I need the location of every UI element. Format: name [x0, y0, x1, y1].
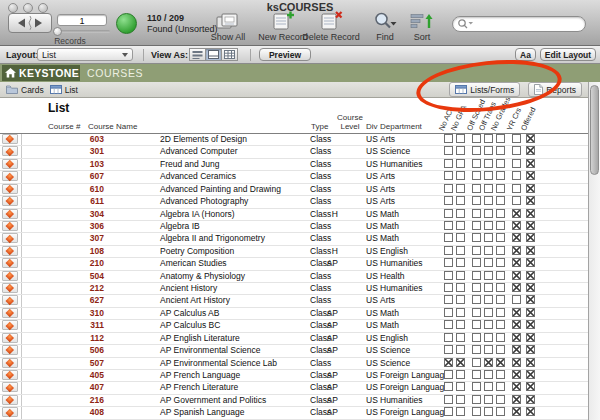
- flag-checkbox-2[interactable]: [472, 295, 481, 304]
- flag-checkbox-6[interactable]: [526, 395, 535, 404]
- flag-checkbox-6[interactable]: [526, 407, 535, 416]
- flag-checkbox-0[interactable]: [444, 246, 453, 255]
- flag-checkbox-0[interactable]: [444, 196, 453, 205]
- flag-checkbox-0[interactable]: [444, 345, 453, 354]
- flag-checkbox-2[interactable]: [472, 308, 481, 317]
- flag-checkbox-0[interactable]: [444, 221, 453, 230]
- table-row[interactable]: 607Advanced CeramicsClassUSArts: [0, 171, 588, 183]
- flag-checkbox-1[interactable]: [456, 209, 465, 218]
- flag-checkbox-2[interactable]: [472, 382, 481, 391]
- flag-checkbox-3[interactable]: [484, 283, 493, 292]
- flag-checkbox-6[interactable]: [526, 196, 535, 205]
- search-input[interactable]: [474, 17, 581, 31]
- flag-checkbox-2[interactable]: [472, 221, 481, 230]
- flag-checkbox-5[interactable]: [512, 370, 521, 379]
- view-as-table-button[interactable]: [221, 48, 238, 61]
- layout-popup[interactable]: List: [37, 48, 133, 61]
- flag-checkbox-6[interactable]: [526, 159, 535, 168]
- go-to-record-button[interactable]: [2, 258, 18, 268]
- go-to-record-button[interactable]: [2, 308, 18, 318]
- flag-checkbox-5[interactable]: [512, 146, 521, 155]
- flag-checkbox-0[interactable]: [444, 382, 453, 391]
- go-to-record-button[interactable]: [2, 159, 18, 169]
- flag-checkbox-6[interactable]: [526, 345, 535, 354]
- flag-checkbox-0[interactable]: [444, 233, 453, 242]
- flag-checkbox-6[interactable]: [526, 283, 535, 292]
- flag-checkbox-2[interactable]: [472, 146, 481, 155]
- go-to-record-button[interactable]: [2, 221, 18, 231]
- formatting-bar-button[interactable]: Aa: [515, 48, 536, 61]
- flag-checkbox-4[interactable]: [496, 295, 505, 304]
- table-row[interactable]: 506AP Environmental ScienceClassAPUSScie…: [0, 345, 588, 357]
- flag-checkbox-4[interactable]: [496, 382, 505, 391]
- flag-checkbox-4[interactable]: [496, 258, 505, 267]
- flag-checkbox-3[interactable]: [484, 146, 493, 155]
- table-row[interactable]: 301Advanced ComputerClassUSScience: [0, 146, 588, 158]
- flag-checkbox-6[interactable]: [526, 295, 535, 304]
- flag-checkbox-5[interactable]: [512, 271, 521, 280]
- reports-button[interactable]: Reports: [528, 82, 582, 97]
- current-record-input[interactable]: 1: [57, 14, 107, 26]
- flag-checkbox-1[interactable]: [456, 146, 465, 155]
- flag-checkbox-4[interactable]: [496, 246, 505, 255]
- go-to-record-button[interactable]: [2, 171, 18, 181]
- go-to-record-button[interactable]: [2, 146, 18, 156]
- flag-checkbox-2[interactable]: [472, 233, 481, 242]
- flag-checkbox-1[interactable]: [456, 171, 465, 180]
- flag-checkbox-2[interactable]: [472, 333, 481, 342]
- go-to-record-button[interactable]: [2, 320, 18, 330]
- flag-checkbox-2[interactable]: [472, 196, 481, 205]
- flag-checkbox-4[interactable]: [496, 358, 505, 367]
- flag-checkbox-0[interactable]: [444, 407, 453, 416]
- flag-checkbox-6[interactable]: [526, 308, 535, 317]
- go-to-record-button[interactable]: [2, 196, 18, 206]
- flag-checkbox-4[interactable]: [496, 134, 505, 143]
- flag-checkbox-5[interactable]: [512, 358, 521, 367]
- flag-checkbox-5[interactable]: [512, 395, 521, 404]
- flag-checkbox-2[interactable]: [472, 209, 481, 218]
- table-row[interactable]: 108Poetry CompositionClassHUSEnglish: [0, 246, 588, 258]
- flag-checkbox-2[interactable]: [472, 184, 481, 193]
- table-row[interactable]: 405AP French LanguageClassAPUSForeign La…: [0, 370, 588, 382]
- flag-checkbox-4[interactable]: [496, 271, 505, 280]
- flag-checkbox-3[interactable]: [484, 395, 493, 404]
- table-row[interactable]: 112AP English LiteratureClassAPUSEnglish: [0, 333, 588, 345]
- table-row[interactable]: 627Ancient Art HistoryClassUSArts: [0, 295, 588, 307]
- flag-checkbox-6[interactable]: [526, 221, 535, 230]
- flag-checkbox-1[interactable]: [456, 159, 465, 168]
- flag-checkbox-5[interactable]: [512, 283, 521, 292]
- flag-checkbox-2[interactable]: [472, 159, 481, 168]
- go-to-record-button[interactable]: [2, 209, 18, 219]
- flag-checkbox-6[interactable]: [526, 370, 535, 379]
- flag-checkbox-3[interactable]: [484, 320, 493, 329]
- keystone-home-button[interactable]: KEYSTONE: [2, 65, 80, 81]
- flag-checkbox-1[interactable]: [456, 258, 465, 267]
- flag-checkbox-6[interactable]: [526, 258, 535, 267]
- flag-checkbox-6[interactable]: [526, 246, 535, 255]
- go-to-record-button[interactable]: [2, 382, 18, 392]
- flag-checkbox-5[interactable]: [512, 171, 521, 180]
- go-to-record-button[interactable]: [2, 134, 18, 144]
- flag-checkbox-3[interactable]: [484, 271, 493, 280]
- flag-checkbox-1[interactable]: [456, 333, 465, 342]
- flag-checkbox-5[interactable]: [512, 308, 521, 317]
- flag-checkbox-3[interactable]: [484, 370, 493, 379]
- flag-checkbox-2[interactable]: [472, 370, 481, 379]
- flag-checkbox-0[interactable]: [444, 295, 453, 304]
- table-row[interactable]: 307Algebra II and TrigonometryClassUSMat…: [0, 233, 588, 245]
- flag-checkbox-3[interactable]: [484, 295, 493, 304]
- flag-checkbox-4[interactable]: [496, 407, 505, 416]
- flag-checkbox-4[interactable]: [496, 333, 505, 342]
- flag-checkbox-4[interactable]: [496, 184, 505, 193]
- record-slider[interactable]: [55, 30, 110, 33]
- flag-checkbox-2[interactable]: [472, 283, 481, 292]
- scrollbar-thumb[interactable]: [590, 85, 599, 175]
- flag-checkbox-3[interactable]: [484, 196, 493, 205]
- flag-checkbox-3[interactable]: [484, 358, 493, 367]
- flag-checkbox-3[interactable]: [484, 221, 493, 230]
- flag-checkbox-1[interactable]: [456, 370, 465, 379]
- preview-button[interactable]: Preview: [259, 48, 311, 61]
- flag-checkbox-5[interactable]: [512, 258, 521, 267]
- flag-checkbox-6[interactable]: [526, 382, 535, 391]
- table-row[interactable]: 210American StudiesClassAPUSHumanities: [0, 258, 588, 270]
